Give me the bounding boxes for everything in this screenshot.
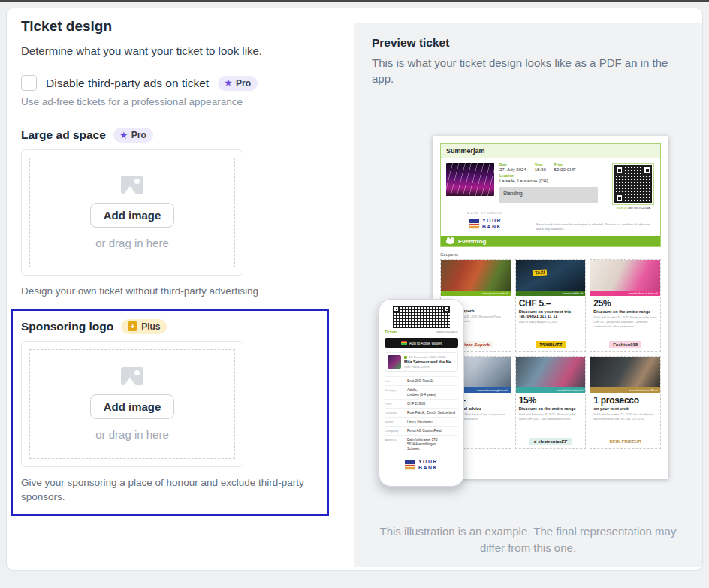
phone-detail-label: Price bbox=[385, 402, 407, 406]
main-sponsor: MAIN SPONSOR YOUR BANK bbox=[446, 211, 524, 232]
phone-detail-label: Name bbox=[385, 420, 407, 424]
phone-detail-label: Address bbox=[385, 438, 407, 451]
ticket-fine-print: A purchased ticket cannot be exchanged o… bbox=[536, 222, 650, 232]
pro-badge: ★ Pro bbox=[113, 128, 153, 143]
phone-tickets-label: Tickets bbox=[385, 330, 397, 334]
coupon: www.fashion-e-shop.ch 25% Discount on th… bbox=[590, 259, 661, 352]
coupon-website: www.taxiblitz.ch bbox=[516, 291, 586, 296]
coupon-image-label bbox=[533, 366, 537, 368]
phone-event-date: 17. December 2024, 20:30 bbox=[409, 355, 446, 359]
pro-badge-label: Pro bbox=[131, 130, 146, 140]
bank-logo-icon bbox=[405, 460, 415, 470]
frog-icon bbox=[446, 239, 454, 244]
bank-line2: BANK bbox=[418, 465, 438, 470]
bank-logo: YOUR BANK bbox=[469, 218, 502, 231]
sponsoring-logo-highlight: Sponsoring logo + Plus Add image or drag… bbox=[11, 309, 329, 516]
coupon-subline: Discount on the entire range bbox=[519, 406, 583, 411]
page-title: Ticket design bbox=[21, 18, 348, 35]
phone-qr-code bbox=[393, 306, 450, 328]
ticket-design-page: Ticket design Determine what you want yo… bbox=[0, 0, 709, 588]
coupon-logo: TAXIBLITZ bbox=[536, 341, 566, 348]
ticket-id: Ticket-ID 4BY7G5TK22LVA bbox=[611, 207, 655, 210]
qr-marker bbox=[643, 166, 651, 174]
sponsor-row: MAIN SPONSOR YOUR BANK A purchased ticke… bbox=[441, 211, 660, 236]
phone-event-title: Mila Seimour and the Ne ... bbox=[404, 360, 455, 364]
coupon-fine-print: Date of expiry August 31, 2025 bbox=[519, 321, 583, 339]
pdf-ticket-preview: Summerjam Date 27. July 2024 bbox=[433, 136, 668, 479]
coupon: www.d-electronics.ch 15% Discount on the… bbox=[515, 356, 587, 449]
sponsoring-upload-dropzone[interactable]: Add image or drag in here bbox=[21, 341, 243, 467]
phone-detail-row: Category Adults, children (0-4 years) bbox=[385, 385, 458, 399]
coupon-logo: DEIN FRISEUR bbox=[605, 438, 644, 445]
phone-event-card: 17. December 2024, 20:30 Mila Seimour an… bbox=[385, 352, 458, 372]
ticket-qr-column: Ticket-ID 4BY7G5TK22LVA bbox=[611, 163, 655, 210]
coupon-website: www.d-electronics.ch bbox=[516, 387, 586, 393]
phone-detail-table: Info Seat 203, Row 11 Category Adults, c… bbox=[385, 376, 458, 454]
coupon-extra: Tel. 04021 111 11 11 bbox=[519, 314, 583, 318]
coupon-headline: 15% bbox=[519, 395, 583, 406]
ticket-field-label: Date bbox=[499, 163, 526, 167]
phone-detail-value: Rote Fabrik, Zurich, Switzerland bbox=[407, 411, 458, 415]
phone-app-preview: Tickets WRW39HL8F00 Add to Apple Wallet … bbox=[379, 299, 464, 487]
plus-badge: + Plus bbox=[121, 319, 167, 334]
star-icon: ★ bbox=[225, 79, 232, 87]
coupon-text: 15% Discount on the entire range Valid u… bbox=[516, 393, 586, 448]
coupon-image: www.fashion-e-shop.ch bbox=[590, 260, 660, 296]
coupons-grid: www.pizzasuperb.ch at pizza superb Valid… bbox=[440, 259, 661, 449]
coupons-label: Coupons bbox=[440, 252, 661, 257]
coupon-subline: on your next visit bbox=[593, 406, 657, 411]
bank-logo-icon bbox=[469, 219, 479, 229]
ticket-event-name: Summerjam bbox=[441, 144, 660, 158]
phone-event-meta: 17. December 2024, 20:30 Mila Seimour an… bbox=[404, 355, 455, 369]
plus-icon: + bbox=[128, 321, 137, 331]
calendar-icon bbox=[404, 356, 407, 359]
phone-detail-row: Info Seat 203, Row 11 bbox=[385, 376, 458, 385]
ticket-field-label: Time bbox=[535, 163, 546, 167]
main-sponsor-label: MAIN SPONSOR bbox=[446, 211, 524, 215]
large-ad-drag-hint: or drag in here bbox=[95, 237, 169, 249]
preview-description: This is what your ticket design looks li… bbox=[372, 55, 683, 87]
page-subtitle: Determine what you want your ticket to l… bbox=[21, 44, 348, 57]
qr-marker bbox=[443, 306, 450, 312]
coupon-image-label bbox=[457, 270, 462, 271]
bank-logo-text: YOUR BANK bbox=[418, 459, 438, 472]
event-photo bbox=[446, 163, 494, 196]
ticket-field-value: 27. July 2024 bbox=[499, 167, 526, 172]
phone-detail-label: Location bbox=[385, 411, 407, 415]
ticket-field-value: 18:30 bbox=[535, 167, 546, 172]
phone-detail-row: Location Rote Fabrik, Zurich, Switzerlan… bbox=[385, 408, 458, 417]
phone-detail-value: Bahnhofstrasse 17B 5624 Arenzdilingen Sc… bbox=[407, 438, 458, 451]
ticket-id-value: 4BY7G5TK22LVA bbox=[628, 207, 650, 210]
large-ad-add-image-button[interactable]: Add image bbox=[90, 203, 175, 228]
bank-logo-text: YOUR BANK bbox=[482, 218, 502, 231]
disable-ads-checkbox[interactable] bbox=[21, 75, 37, 91]
sponsoring-add-image-button[interactable]: Add image bbox=[90, 394, 175, 419]
coupon-fine-print: Valid until October 31, 2025. Minimum or… bbox=[593, 316, 657, 339]
eventfrog-bar: Eventfrog bbox=[441, 236, 660, 246]
large-ad-upload-dropzone[interactable]: Add image or drag in here bbox=[21, 149, 243, 276]
coupon-logo: Fashion018 bbox=[609, 341, 641, 348]
coupon-image-label: TAXI bbox=[532, 270, 547, 276]
phone-ticket-meta: Tickets WRW39HL8F00 bbox=[385, 330, 458, 334]
event-thumbnail bbox=[388, 355, 401, 369]
preview-panel: Preview ticket This is what your ticket … bbox=[354, 23, 702, 567]
qr-code bbox=[612, 163, 654, 205]
ticket-field-value: 50.00 CHF bbox=[554, 167, 576, 172]
large-ad-space-header: Large ad space ★ Pro bbox=[21, 128, 348, 143]
star-icon: ★ bbox=[120, 131, 128, 140]
disable-ads-helper: Use ad-free tickets for a professional a… bbox=[21, 96, 348, 107]
sponsoring-caption: Give your sponsoring a place of honour a… bbox=[21, 476, 320, 505]
ticket-category: Standing bbox=[499, 187, 598, 203]
ticket-location-label: Location bbox=[499, 174, 606, 178]
phone-ticket-code: WRW39HL8F00 bbox=[436, 330, 458, 334]
qr-marker bbox=[615, 194, 623, 202]
bank-line2: BANK bbox=[482, 224, 502, 229]
image-placeholder-icon bbox=[121, 367, 143, 385]
phone-event-venue: Rote Fabrik, Zurich bbox=[404, 365, 455, 369]
ticket-fields: Date 27. July 2024 Time 18:30 bbox=[499, 163, 606, 210]
phone-detail-value: Henry Henrissen bbox=[407, 420, 458, 424]
coupon: TAXI www.taxiblitz.ch CHF 5.– Discount o… bbox=[515, 259, 587, 352]
large-ad-space-title: Large ad space bbox=[21, 128, 106, 142]
coupon-image: www.d-electronics.ch bbox=[516, 357, 586, 393]
bank-line1: YOUR bbox=[482, 218, 502, 223]
